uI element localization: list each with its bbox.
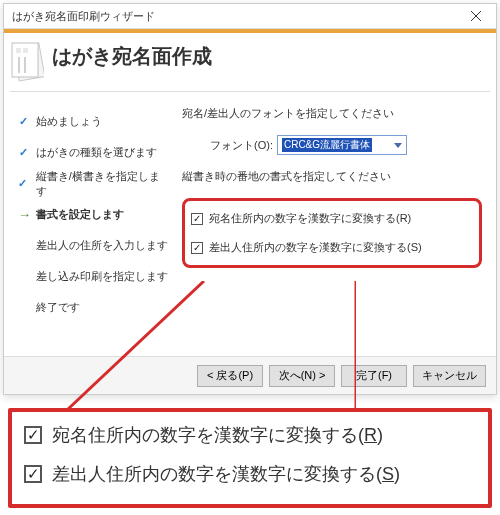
checkbox-label: 差出人住所内の数字を漢数字に変換する(S) <box>209 240 422 255</box>
nav-label: 始めましょう <box>36 114 102 129</box>
titlebar: はがき宛名面印刷ウィザード <box>4 4 496 29</box>
nav-label: 縦書き/横書きを指定します <box>36 169 168 199</box>
titlebar-text: はがき宛名面印刷ウィザード <box>12 9 456 24</box>
options-highlight-box: ✓ 宛名住所内の数字を漢数字に変換する(R) ✓ 差出人住所内の数字を漢数字に変… <box>182 198 482 268</box>
check-icon: ✓ <box>18 177 28 190</box>
nav-item: ✓始めましょう <box>18 106 168 137</box>
close-icon <box>471 11 481 21</box>
nav-item: 差し込み印刷を指定します <box>18 261 168 292</box>
back-button[interactable]: < 戻る(P) <box>197 365 263 387</box>
finish-button[interactable]: 完了(F) <box>341 365 407 387</box>
zoom-label: 宛名住所内の数字を漢数字に変換する(R) <box>52 423 383 447</box>
checkbox-convert-sender-zoom: ✓ <box>24 465 42 483</box>
check-icon: ✓ <box>18 146 28 159</box>
nav-label: 終了です <box>36 300 80 315</box>
zoom-label: 差出人住所内の数字を漢数字に変換する(S) <box>52 462 400 486</box>
checkbox-convert-recipient-zoom: ✓ <box>24 426 42 444</box>
format-heading: 縦書き時の番地の書式を指定してください <box>182 169 482 184</box>
close-button[interactable] <box>456 4 496 29</box>
arrow-icon: → <box>18 207 28 222</box>
wizard-dialog: はがき宛名面印刷ウィザード はがき宛名面作成 ✓始めましょう ✓はがきの種類を選… <box>3 3 497 395</box>
zoom-callout: ✓ 宛名住所内の数字を漢数字に変換する(R) ✓ 差出人住所内の数字を漢数字に変… <box>8 408 492 508</box>
postcard-icon <box>10 39 44 83</box>
nav-item: 終了です <box>18 292 168 323</box>
svg-rect-4 <box>16 48 21 53</box>
wizard-nav: ✓始めましょう ✓はがきの種類を選びます ✓縦書き/横書きを指定します →書式を… <box>4 92 174 354</box>
svg-rect-5 <box>23 48 28 53</box>
font-select-value: CRC&G流麗行書体 <box>282 138 372 152</box>
next-button[interactable]: 次へ(N) > <box>269 365 335 387</box>
nav-item: ✓はがきの種類を選びます <box>18 137 168 168</box>
check-icon: ✓ <box>18 115 28 128</box>
font-label: フォント(O): <box>210 138 273 153</box>
nav-label: 書式を設定します <box>36 207 124 222</box>
checkbox-convert-recipient[interactable]: ✓ <box>191 213 203 225</box>
font-select[interactable]: CRC&G流麗行書体 <box>277 135 407 155</box>
nav-label: はがきの種類を選びます <box>36 145 157 160</box>
checkbox-convert-sender[interactable]: ✓ <box>191 242 203 254</box>
header: はがき宛名面作成 <box>4 33 496 91</box>
font-heading: 宛名/差出人のフォントを指定してください <box>182 106 482 121</box>
cancel-button[interactable]: キャンセル <box>413 365 486 387</box>
header-title: はがき宛名面作成 <box>52 39 212 70</box>
content-pane: 宛名/差出人のフォントを指定してください フォント(O): CRC&G流麗行書体… <box>174 92 496 354</box>
nav-label: 差し込み印刷を指定します <box>36 269 168 284</box>
nav-item: 差出人の住所を入力します <box>18 230 168 261</box>
nav-label: 差出人の住所を入力します <box>36 238 168 253</box>
nav-item: ✓縦書き/横書きを指定します <box>18 168 168 199</box>
nav-item-current: →書式を設定します <box>18 199 168 230</box>
footer-buttons: < 戻る(P) 次へ(N) > 完了(F) キャンセル <box>4 356 496 394</box>
checkbox-label: 宛名住所内の数字を漢数字に変換する(R) <box>209 211 411 226</box>
